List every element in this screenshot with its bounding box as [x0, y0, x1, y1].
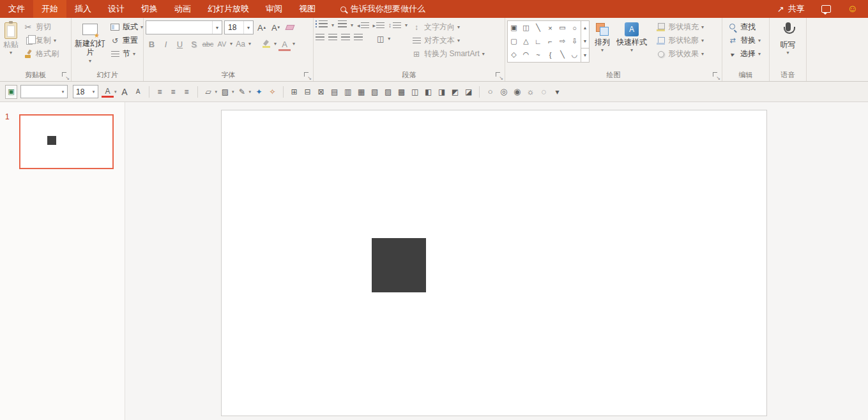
magic-wand-button[interactable]: ✦ [253, 85, 265, 99]
increase-font-size-button[interactable]: A▴ [255, 20, 268, 34]
align-center-button[interactable] [328, 34, 337, 43]
shape-right-arrow[interactable]: ⇨ [556, 34, 568, 48]
shape-triangle[interactable]: △ [520, 34, 532, 48]
shape-freeform[interactable]: ╲ [556, 48, 568, 61]
font-color-button[interactable]: A [278, 37, 291, 51]
align-left-button[interactable] [316, 34, 324, 43]
align-right-button[interactable] [341, 34, 350, 43]
cells-tool-1[interactable]: ▤ [328, 85, 340, 99]
slide-canvas[interactable] [221, 110, 767, 416]
shape-elbow-1[interactable]: ∟ [532, 34, 544, 48]
cut-button[interactable]: ✂ 剪切 [21, 20, 61, 34]
decrease-font-button[interactable]: A [132, 85, 144, 99]
shape-rounded-rectangle[interactable]: ▢ [508, 34, 520, 48]
grid-tool-1[interactable]: ⊞ [288, 85, 300, 99]
text-direction-button[interactable]: ↕ 文字方向 ▾ [411, 20, 485, 34]
section-button[interactable]: 节 ▾ [108, 47, 145, 61]
arrange-button[interactable]: 排列 ▾ [593, 20, 611, 53]
dashed-circle-tool[interactable]: ◌ [538, 85, 550, 99]
clipboard-dialog-launcher[interactable] [62, 72, 69, 79]
grid-tool-2[interactable]: ⊟ [301, 85, 314, 99]
layout-button[interactable]: 版式 ▾ [108, 20, 145, 34]
sun-tool[interactable]: ☼ [524, 85, 537, 99]
change-case-button[interactable]: Aa [234, 37, 247, 51]
tell-me-search[interactable]: 告诉我你想要做什么 [340, 0, 425, 18]
cells-tool-3[interactable]: ▦ [355, 85, 367, 99]
tab-animations[interactable]: 动画 [166, 0, 199, 18]
decrease-indent-button[interactable]: ◂ [357, 22, 369, 29]
find-button[interactable]: 查找 [726, 20, 763, 34]
drawing-dialog-launcher[interactable] [713, 72, 720, 79]
select-button[interactable]: ► 选择 ▾ [726, 47, 763, 61]
paragraph-dialog-launcher[interactable] [496, 72, 503, 79]
text-highlight-button[interactable] [260, 37, 272, 51]
shape-effects-button[interactable]: 形状效果 ▾ [653, 47, 706, 61]
shape-fill-button[interactable]: 形状填充 ▾ [653, 20, 706, 34]
diagonal-tool-1[interactable]: ◩ [449, 85, 461, 99]
font-name-combo[interactable]: ▾ [146, 20, 222, 34]
shape-brace[interactable]: { [544, 48, 556, 61]
grid-tool-3[interactable]: ⊠ [315, 85, 327, 99]
shape-vertical-textbox[interactable]: ◫ [520, 21, 532, 34]
align-left-button[interactable]: ≡ [154, 85, 166, 99]
dropdown-arrow-icon[interactable]: ▾ [243, 21, 253, 34]
increase-font-button[interactable]: A [119, 85, 131, 99]
bullets-button[interactable] [316, 20, 328, 30]
shape-diamond[interactable]: ◇ [508, 48, 520, 61]
copy-button[interactable]: 复制 ▾ [21, 34, 61, 47]
toolbar-font-name-combo[interactable]: ▾ [20, 85, 68, 98]
increase-indent-button[interactable]: ▸ [373, 22, 385, 29]
underline-button[interactable]: U [174, 37, 186, 51]
toolbar-font-size-combo[interactable]: 18 ▾ [73, 85, 98, 98]
tab-design[interactable]: 设计 [100, 0, 133, 18]
align-center-button[interactable]: ≡ [167, 85, 179, 99]
share-button[interactable]: ↗ 共享 [777, 3, 805, 15]
shape-oval[interactable]: ○ [568, 21, 581, 34]
dropdown-arrow-icon[interactable]: ▾ [89, 86, 98, 98]
tab-home[interactable]: 开始 [33, 0, 66, 18]
split-cells-tool[interactable]: ◫ [409, 85, 421, 99]
cells-tool-2[interactable]: ▥ [342, 85, 354, 99]
quick-styles-button[interactable]: 快速样式 ▾ [615, 20, 648, 53]
diagonal-tool-2[interactable]: ◪ [462, 85, 475, 99]
text-shadow-button[interactable]: S [188, 37, 200, 51]
pen-button[interactable]: ✎ [236, 85, 248, 99]
font-color-button[interactable]: A [102, 86, 114, 98]
shape-rectangle[interactable]: ▭ [556, 21, 568, 34]
gallery-more-icon[interactable]: ▼ [581, 48, 589, 62]
decrease-font-size-button[interactable]: A▾ [270, 20, 282, 34]
columns-button[interactable]: ◫ [377, 34, 384, 43]
reset-button[interactable]: ↺ 重置 [108, 34, 145, 47]
paste-button[interactable]: 粘贴 ▾ [2, 20, 20, 56]
cells-tool-6[interactable]: ▩ [395, 85, 407, 99]
tab-view[interactable]: 视图 [291, 0, 324, 18]
align-text-button[interactable]: 对齐文本 ▾ [411, 34, 485, 47]
format-painter-button[interactable]: 格式刷 [21, 47, 61, 61]
font-dialog-launcher[interactable] [304, 72, 311, 79]
dictate-button[interactable]: 听写 ▾ [779, 20, 797, 56]
slide-1-thumbnail[interactable] [19, 114, 114, 169]
shape-line[interactable]: ╲ [532, 21, 544, 34]
font-size-combo[interactable]: 18 ▾ [224, 20, 254, 34]
cells-tool-4[interactable]: ▧ [369, 85, 381, 99]
character-spacing-button[interactable]: AV [216, 37, 228, 51]
comments-icon[interactable] [821, 5, 831, 13]
scroll-up-icon[interactable]: ▲ [581, 21, 589, 34]
dropdown-arrow-icon[interactable]: ▾ [212, 21, 222, 34]
strikethrough-button[interactable]: abc [202, 37, 214, 51]
tab-transitions[interactable]: 切换 [133, 0, 166, 18]
shape-outline-style-button[interactable]: ▱ [202, 85, 215, 99]
numbering-button[interactable] [338, 20, 347, 30]
new-slide-button[interactable]: 新建幻灯片 ▾ [73, 20, 107, 64]
shape-scribble[interactable]: ◡ [568, 48, 581, 61]
cells-tool-5[interactable]: ▨ [382, 85, 394, 99]
shape-textbox[interactable]: ▣ [508, 21, 520, 34]
tab-review[interactable]: 审阅 [257, 0, 291, 18]
shape-curve[interactable]: ~ [532, 48, 544, 61]
scroll-down-icon[interactable]: ▼ [581, 34, 589, 48]
convert-smartart-button[interactable]: ⊞ 转换为 SmartArt ▾ [411, 47, 485, 61]
dot-circle-tool[interactable]: ◉ [511, 85, 523, 99]
shape-down-arrow[interactable]: ⇩ [568, 34, 581, 48]
dropdown-arrow-icon[interactable]: ▾ [59, 86, 67, 98]
justify-button[interactable] [354, 34, 363, 43]
